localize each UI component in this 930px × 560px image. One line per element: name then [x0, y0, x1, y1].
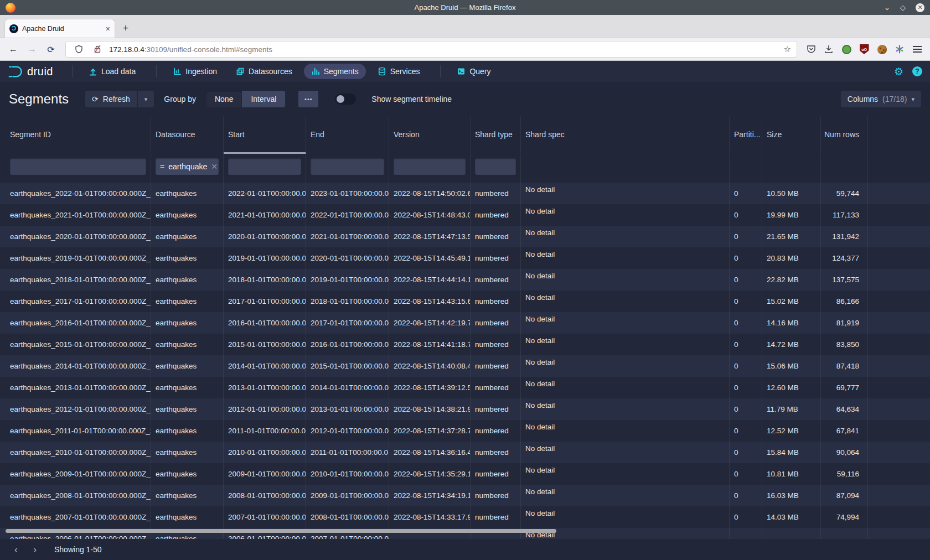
nav-item-query[interactable]: Query — [450, 64, 498, 79]
row-filler — [868, 442, 930, 463]
filter-end-input[interactable] — [311, 158, 384, 175]
pocket-icon[interactable] — [804, 42, 818, 56]
cell-size: 21.65 MB — [762, 226, 821, 247]
downloads-icon[interactable] — [822, 42, 836, 56]
datasource-filter-tag[interactable]: = earthquake ✕ — [156, 158, 219, 175]
reload-button[interactable]: ⟳ — [43, 42, 59, 57]
column-header-datasource[interactable]: Datasource — [151, 116, 224, 154]
table-row[interactable]: earthquakes_2011-01-01T00:00:00.000Z_2..… — [0, 420, 930, 442]
columns-button[interactable]: Columns (17/18) ▾ — [841, 91, 921, 107]
window-minimize-button[interactable]: ⌄ — [884, 4, 890, 11]
column-header-num-rows[interactable]: Num rows — [821, 116, 868, 154]
column-header-start[interactable]: Start — [224, 116, 306, 154]
cell-num-rows: 137,575 — [821, 269, 868, 291]
cell-size: 12.52 MB — [762, 420, 821, 442]
url-bar[interactable]: 172.18.0.4:30109/unified-console.html#se… — [65, 41, 797, 58]
refresh-button[interactable]: ⟳ Refresh — [85, 91, 137, 107]
cell-shard-spec: No detail — [521, 269, 730, 291]
column-header-version[interactable]: Version — [389, 116, 471, 154]
window-maximize-button[interactable]: ◇ — [900, 4, 906, 11]
filter-segment-id-input[interactable] — [10, 158, 146, 175]
cell-size — [762, 528, 821, 539]
filter-shard-type-input[interactable] — [475, 158, 516, 175]
cell-datasource: earthquakes — [151, 355, 224, 377]
url-text[interactable]: 172.18.0.4:30109/unified-console.html#se… — [109, 45, 779, 54]
nav-item-label: Datasources — [249, 67, 292, 76]
more-options-button[interactable]: ••• — [298, 91, 318, 107]
insecure-lock-icon[interactable] — [90, 42, 105, 56]
refresh-caret-button[interactable]: ▾ — [138, 91, 154, 107]
browser-tab[interactable]: Ɔ Apache Druid × — [4, 19, 115, 38]
table-row[interactable]: earthquakes_2021-01-01T00:00:00.000Z_2..… — [0, 204, 930, 226]
chevron-down-icon: ▾ — [911, 96, 914, 103]
column-header-shard-type[interactable]: Shard type — [471, 116, 521, 154]
column-header-shard-spec[interactable]: Shard spec — [521, 116, 730, 154]
cell-end: 2023-01-01T00:00:00.0... — [306, 183, 389, 204]
group-by-interval-button[interactable]: Interval — [242, 91, 285, 107]
column-header-size[interactable]: Size — [762, 116, 821, 154]
cell-num-rows: 74,994 — [821, 506, 868, 528]
window-title: Apache Druid — Mozilla Firefox — [0, 3, 930, 12]
column-header-partitions[interactable]: Partiti... — [730, 116, 762, 154]
cookie-extension-icon[interactable] — [875, 42, 889, 56]
table-row[interactable]: earthquakes_2012-01-01T00:00:00.000Z_2..… — [0, 398, 930, 420]
column-header-segment-id[interactable]: Segment ID — [6, 116, 151, 154]
filter-version-input[interactable] — [394, 158, 466, 175]
remove-filter-icon[interactable]: ✕ — [211, 162, 218, 171]
row-filler — [868, 183, 930, 204]
asterisk-extension-icon[interactable] — [892, 42, 907, 56]
shield-icon[interactable] — [71, 42, 86, 56]
prev-page-button[interactable]: ‹ — [9, 542, 23, 557]
row-filler — [868, 291, 930, 312]
cell-shard-type: numbered — [471, 226, 521, 247]
menu-hamburger-icon[interactable] — [910, 42, 924, 56]
cell-shard-type: numbered — [471, 377, 521, 398]
group-by-none-button[interactable]: None — [206, 91, 242, 107]
cell-end: 2019-01-01T00:00:00.0... — [306, 269, 389, 291]
window-close-button[interactable]: ✕ — [916, 3, 924, 12]
column-header-end[interactable]: End — [306, 116, 389, 154]
table-row[interactable]: earthquakes_2016-01-01T00:00:00.000Z_2..… — [0, 312, 930, 334]
back-button[interactable]: ← — [6, 42, 21, 57]
cell-end: 2016-01-01T00:00:00.0... — [306, 334, 389, 355]
table-row[interactable]: earthquakes_2017-01-01T00:00:00.000Z_2..… — [0, 291, 930, 312]
segment-timeline-toggle[interactable] — [335, 94, 356, 105]
filter-start-input[interactable] — [228, 158, 301, 175]
cell-partitions: 0 — [730, 183, 762, 204]
nav-item-services[interactable]: Services — [370, 64, 427, 79]
tab-close-icon[interactable]: × — [106, 24, 110, 33]
gear-icon[interactable]: ⚙ — [894, 66, 903, 77]
nav-item-load-data[interactable]: Load data — [81, 64, 143, 79]
bookmark-star-icon[interactable]: ☆ — [784, 44, 791, 54]
druid-brand[interactable]: druid — [8, 65, 53, 78]
table-row[interactable]: earthquakes_2010-01-01T00:00:00.000Z_2..… — [0, 442, 930, 463]
table-row[interactable]: earthquakes_2008-01-01T00:00:00.000Z_2..… — [0, 485, 930, 506]
ublock-extension-icon[interactable]: uO — [857, 42, 871, 56]
cell-datasource: earthquakes — [151, 312, 224, 334]
table-row[interactable]: earthquakes_2014-01-01T00:00:00.000Z_2..… — [0, 355, 930, 377]
table-row[interactable]: earthquakes_2009-01-01T00:00:00.000Z_2..… — [0, 463, 930, 485]
nav-item-segments[interactable]: Segments — [304, 64, 366, 79]
cell-segment-id: earthquakes_2007-01-01T00:00:00.000Z_2..… — [6, 506, 151, 528]
nav-item-ingestion[interactable]: Ingestion — [166, 64, 224, 79]
help-icon[interactable]: ? — [912, 66, 922, 76]
cell-start: 2012-01-01T00:00:00.0... — [224, 398, 306, 420]
table-row[interactable]: earthquakes_2020-01-01T00:00:00.000Z_2..… — [0, 226, 930, 247]
cell-end: 2022-01-01T00:00:00.0... — [306, 204, 389, 226]
privacy-badger-extension-icon[interactable] — [839, 42, 854, 56]
table-row[interactable]: earthquakes_2022-01-01T00:00:00.000Z_2..… — [0, 183, 930, 204]
horizontal-scrollbar[interactable] — [6, 529, 556, 533]
table-row[interactable]: earthquakes_2018-01-01T00:00:00.000Z_2..… — [0, 269, 930, 291]
cell-num-rows: 90,064 — [821, 442, 868, 463]
table-row[interactable]: earthquakes_2007-01-01T00:00:00.000Z_2..… — [0, 506, 930, 528]
cell-shard-type: numbered — [471, 355, 521, 377]
url-toolbar: ← → ⟳ 172.18.0.4:30109/unified-console.h… — [0, 38, 930, 61]
next-page-button[interactable]: › — [28, 542, 42, 557]
table-row[interactable]: earthquakes_2019-01-01T00:00:00.000Z_2..… — [0, 247, 930, 269]
cell-start: 2009-01-01T00:00:00.0... — [224, 463, 306, 485]
table-row[interactable]: earthquakes_2013-01-01T00:00:00.000Z_2..… — [0, 377, 930, 398]
nav-item-datasources[interactable]: Datasources — [229, 64, 299, 79]
table-row[interactable]: earthquakes_2015-01-01T00:00:00.000Z_2..… — [0, 334, 930, 355]
new-tab-button[interactable]: + — [117, 20, 134, 37]
forward-button[interactable]: → — [24, 42, 40, 57]
